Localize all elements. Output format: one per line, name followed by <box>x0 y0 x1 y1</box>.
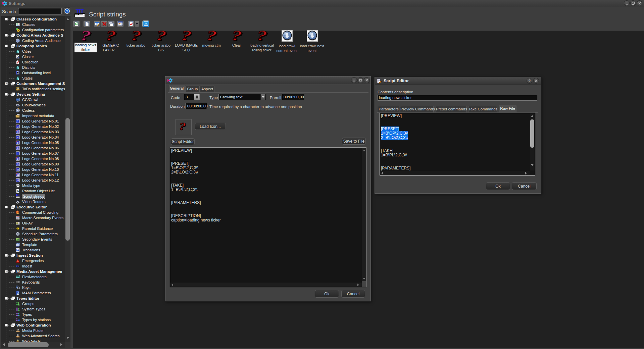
svg-text:2: 2 <box>17 126 18 128</box>
svg-text:6: 6 <box>17 147 18 149</box>
svg-text:8: 8 <box>17 158 18 160</box>
svg-text:11: 11 <box>17 174 19 176</box>
svg-text:A: A <box>16 189 19 193</box>
svg-text:17: 17 <box>145 23 147 24</box>
svg-text:B: B <box>17 292 18 294</box>
svg-text:?: ? <box>66 9 68 13</box>
svg-text:12: 12 <box>16 179 19 182</box>
svg-text:9: 9 <box>17 163 18 165</box>
svg-text:4: 4 <box>17 136 18 139</box>
svg-text:7: 7 <box>17 152 18 155</box>
svg-text:5: 5 <box>17 142 18 144</box>
svg-text:3: 3 <box>17 131 18 133</box>
svg-text:T: T <box>17 249 19 252</box>
svg-text:10: 10 <box>16 168 19 171</box>
svg-text:1: 1 <box>17 120 18 122</box>
svg-text:XX: XX <box>16 222 18 224</box>
